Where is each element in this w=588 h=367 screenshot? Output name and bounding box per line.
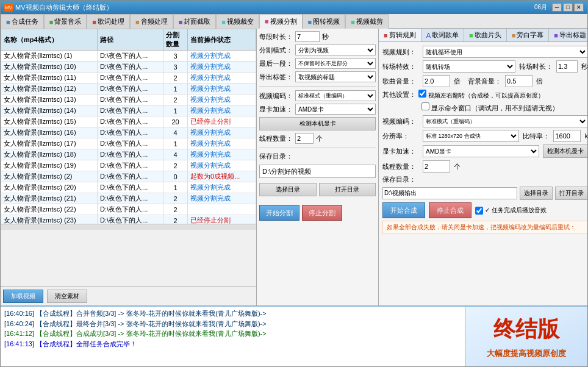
right-select-dir-button[interactable]: 选择目录 [520,187,553,200]
detect-gpu-button[interactable]: 检测本机显卡 [543,144,587,158]
task-done-checkbox-label[interactable]: ✓ 任务完成后播放音效 [475,202,547,218]
video-rule-select[interactable]: 随机循环使用 [423,46,587,58]
right-panel: ■ 剪辑规则 A 歌词款单 ■ 歌曲片头 ■ 旁白字幕 ■ 导出标题 [379,29,587,305]
cell-name: 女人物背景(llzmtsc) (16) [1,127,98,138]
minimize-button[interactable]: ─ [552,3,562,12]
check-gpu-button[interactable]: 检测本机显卡 [259,117,376,130]
bitrate-label: 比特率： [523,132,550,141]
cell-count: 1 [163,105,188,116]
table-row[interactable]: 女人物背景(llzmtsc) (19)D:\夜色下的人...2视频分割完成 [1,160,256,171]
right-open-dir-button[interactable]: 打开目录 [555,187,587,200]
start-split-button[interactable]: 开始分割 [259,205,299,221]
tab-combine-label: 合成任务 [12,17,38,26]
last-seg-select[interactable]: 不保留时长不足部分 [295,58,376,69]
tab-rotate[interactable]: ■ 图转视频 [303,14,346,29]
right-thread-input[interactable] [423,160,450,173]
tab-transform-icon: ■ [221,18,226,26]
split-mode-select[interactable]: 分割为视频 [295,45,376,55]
per-seg-label: 每段时长： [259,32,293,41]
right-tab-edit-rules[interactable]: ■ 剪辑规则 [379,29,421,41]
table-row[interactable]: 女人物背景(llzmtsc) (2)D:\夜色下的人...0起数为0成视频... [1,171,256,182]
bg-vol-input[interactable] [505,75,532,87]
right-encoder-select[interactable]: 标准模式（重编码） [423,115,587,127]
flip-video-checkbox[interactable] [418,90,426,98]
table-row[interactable]: 女人物背景(llzmtsc) (18)D:\夜色下的人...4视频分割完成 [1,149,256,160]
log-line: [16:41:13] 【合成线程】全部任务合成完毕！ [4,339,461,349]
log-left[interactable]: [16:40:16] 【合成线程】合并音频[3/3] -> 张冬玲-花开的时候你… [1,307,465,366]
cell-name: 女人物背景(llzmtsc) (23) [1,215,98,224]
right-tab-lyrics-list[interactable]: A 歌词款单 [421,29,464,41]
right-tab-song-clip[interactable]: ■ 歌曲片头 [464,29,507,41]
tab-videoclip[interactable]: ■ 视频截剪 [345,14,389,29]
table-row[interactable]: 女人物背景(llzmtsc) (1)D:\夜色下的人...3视频分割完成 [1,51,256,62]
transition-time-input[interactable] [556,60,578,73]
gpu-select[interactable]: AMD显卡 [295,104,376,115]
tab-lyrics[interactable]: ■ 歌词处理 [87,14,130,29]
cell-status: 视频分割完成 [188,62,256,73]
table-row[interactable]: 女人物背景(llzmtsc) (16)D:\夜色下的人...4视频分割完成 [1,127,256,138]
table-row[interactable]: 女人物背景(llzmtsc) (13)D:\夜色下的人...2视频分割完成 [1,94,256,105]
cell-name: 女人物背景(llzmtsc) (10) [1,62,98,73]
cell-path: D:\夜色下的人... [98,182,163,193]
right-thread-unit: 个 [454,162,461,171]
table-row[interactable]: 女人物背景(llzmtsc) (22)D:\夜色下的人...2 [1,204,256,215]
flip-video-checkbox-label[interactable]: 视频左右翻转（合成楼，可以提高原创度） [418,90,544,100]
action-button-row: 开始分割 停止分割 [259,205,376,221]
encoder-select[interactable]: 标准模式（重编码） [295,90,376,101]
transition-time-label: 转场时长： [519,62,553,71]
divider1 [259,86,376,87]
open-dir-button[interactable]: 打开目录 [319,183,376,196]
table-row[interactable]: 女人物背景(llzmtsc) (12)D:\夜色下的人...1视频分割完成 [1,84,256,94]
show-cmd-checkbox[interactable] [421,102,429,110]
resolution-label: 分辨率： [382,132,419,141]
right-save-dir-input[interactable] [382,187,517,199]
cell-path: D:\夜色下的人... [98,116,163,127]
tab-videoclip-icon: ■ [351,18,355,26]
right-tab-narration[interactable]: ■ 旁白字幕 [507,29,550,41]
cell-count: 2 [163,193,188,204]
table-row[interactable]: 女人物背景(llzmtsc) (23)D:\夜色下的人...2已经停止分割 [1,215,256,224]
cell-name: 女人物背景(llzmtsc) (19) [1,160,98,171]
tab-split[interactable]: ■ 视频分割 [259,14,303,29]
task-done-checkbox[interactable] [475,207,483,215]
file-table-scroll[interactable]: 名称（mp4格式） 路径 分割数量 当前操作状态 女人物背景(llzmtsc) … [1,29,256,224]
clear-material-button[interactable]: 清空素材 [47,290,87,303]
resolution-select[interactable]: 标准 1280x720 合成快 [423,130,519,142]
select-dir-button[interactable]: 选择目录 [259,183,317,196]
show-cmd-checkbox-label[interactable]: 显示命令窗口（调试用，用不到适请无视） [421,102,559,113]
tab-bgmusic[interactable]: ■ 背景音乐 [44,14,87,29]
export-label-select[interactable]: 取视频的标题 [295,71,376,82]
tab-lyrics-label: 歌词处理 [98,17,124,26]
right-tab-narration-label: 旁白字幕 [517,30,543,40]
bitrate-input[interactable] [553,130,581,142]
stop-split-button[interactable]: 停止分割 [302,205,342,221]
table-row[interactable]: 女人物背景(llzmtsc) (10)D:\夜色下的人...3视频分割完成 [1,62,256,73]
table-row[interactable]: 女人物背景(llzmtsc) (14)D:\夜色下的人...1视频分割完成 [1,105,256,116]
right-gpu-select[interactable]: AMD显卡 [423,145,539,157]
song-vol-input[interactable] [423,75,450,87]
close-button[interactable]: ✕ [574,3,584,12]
tab-audio[interactable]: ■ 音频处理 [130,14,173,29]
save-dir-input[interactable] [259,165,376,178]
stop-combine-button[interactable]: 停止合成 [429,202,471,218]
maximize-button[interactable]: □ [563,3,573,12]
per-seg-input[interactable] [295,31,320,42]
last-seg-label: 最后一段： [259,59,293,68]
start-combine-button[interactable]: 开始合成 [382,202,425,218]
table-row[interactable]: 女人物背景(llzmtsc) (21)D:\夜色下的人...2视频分割完成 [1,193,256,204]
thread-input[interactable] [295,133,314,144]
table-row[interactable]: 女人物背景(llzmtsc) (17)D:\夜色下的人...1视频分割完成 [1,138,256,149]
tab-transform[interactable]: ■ 视频裁变 [216,14,259,29]
tab-combine[interactable]: ■ 合成任务 [1,14,44,29]
transition-select[interactable]: 随机转场 [423,60,515,73]
right-tab-export-marks[interactable]: ■ 导出标题 [549,29,587,41]
table-row[interactable]: 女人物背景(llzmtsc) (11)D:\夜色下的人...2视频分割完成 [1,73,256,84]
load-video-button[interactable]: 加载视频 [3,290,43,303]
song-vol-unit: 倍 [454,77,461,86]
table-row[interactable]: 女人物背景(llzmtsc) (20)D:\夜色下的人...1视频分割完成 [1,182,256,193]
split-controls-panel: 每段时长： 秒 分割模式： 分割为视频 最后一段： 不保留时长不足部分 导出标签… [257,29,379,305]
cell-name: 女人物背景(llzmtsc) (14) [1,105,98,116]
horizontal-scrollbar[interactable] [1,224,256,230]
table-row[interactable]: 女人物背景(llzmtsc) (15)D:\夜色下的人...20已经停止分割 [1,116,256,127]
tab-cover[interactable]: ■ 封面截取 [173,14,217,29]
